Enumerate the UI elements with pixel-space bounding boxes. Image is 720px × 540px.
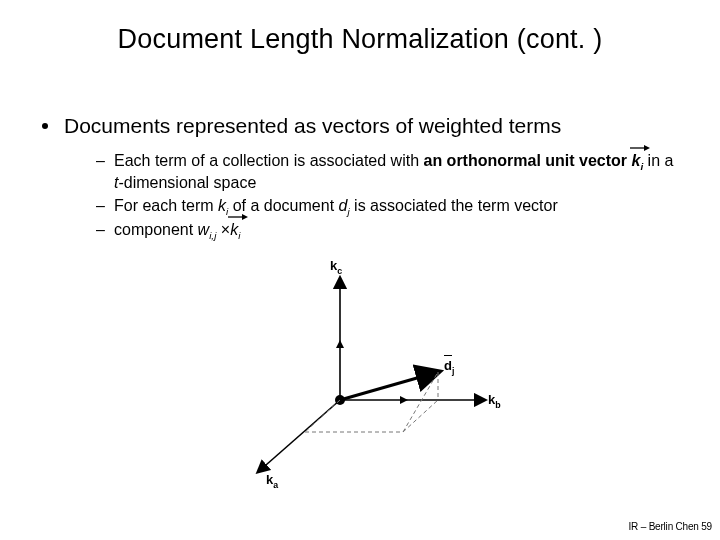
vector-diagram-svg: [230, 260, 530, 490]
sub2-mid: of a document: [228, 197, 338, 214]
k-sub-c: c: [337, 266, 342, 276]
vector-label-dj: dj: [444, 358, 454, 373]
sub-bullets: – Each term of a collection is associate…: [96, 150, 680, 242]
svg-line-12: [305, 400, 340, 432]
sub-bullet-1: – Each term of a collection is associate…: [96, 150, 680, 193]
axis-label-kb: kb: [488, 392, 501, 407]
dash-icon: –: [96, 219, 114, 241]
vector-space-figure: kc kb ka dj: [230, 260, 530, 490]
dash-icon: –: [96, 150, 114, 193]
bullet-level-1: Documents represented as vectors of weig…: [42, 114, 680, 138]
slide: Document Length Normalization (cont. ) D…: [0, 0, 720, 540]
sub2-pre: For each term: [114, 197, 218, 214]
k-var: k: [218, 197, 226, 214]
svg-line-14: [403, 400, 438, 432]
axis-label-kc: kc: [330, 258, 342, 273]
axis-label-ka: ka: [266, 472, 278, 487]
sub3-pre: component: [114, 221, 198, 238]
svg-line-9: [340, 372, 438, 400]
sub1-bold: an orthonormal unit vector: [423, 152, 631, 169]
w-sub-ij: i,j: [209, 230, 216, 241]
sub-bullet-2-text: For each term ki of a document dj is ass…: [114, 195, 680, 217]
bullet-text: Documents represented as vectors of weig…: [64, 114, 561, 137]
d-sub-j: j: [452, 366, 454, 376]
k-var: k: [230, 221, 238, 238]
times-symbol: ×: [221, 221, 230, 238]
sub-bullet-2: – For each term ki of a document dj is a…: [96, 195, 680, 217]
vector-arrow-icon: [630, 144, 650, 152]
svg-marker-8: [400, 396, 408, 404]
w-var: w: [198, 221, 210, 238]
bullet-dot-icon: [42, 123, 48, 129]
sub-bullet-3-text: component wi,j ×ki: [114, 219, 680, 241]
slide-title: Document Length Normalization (cont. ): [0, 24, 720, 55]
vector-ki-inline: ki: [230, 219, 240, 241]
sub1-pre: Each term of a collection is associated …: [114, 152, 423, 169]
sub1-post2: -dimensional space: [118, 174, 256, 191]
k-sub-b: b: [495, 400, 500, 410]
dash-icon: –: [96, 195, 114, 217]
k-sub-a: a: [273, 480, 278, 490]
k-sub-i: i: [238, 230, 240, 241]
sub-bullet-1-text: Each term of a collection is associated …: [114, 150, 680, 193]
sub-bullet-3: – component wi,j ×ki: [96, 219, 680, 241]
unit-vector-ki: ki: [632, 150, 644, 172]
d-var: d: [444, 358, 452, 373]
sub1-post1: in a: [643, 152, 673, 169]
overline-icon: [444, 355, 452, 356]
slide-footer: IR – Berlin Chen 59: [629, 521, 712, 532]
k-sub-i: i: [640, 161, 643, 172]
svg-marker-1: [644, 145, 650, 151]
svg-marker-7: [336, 340, 344, 348]
sub2-post: is associated the term vector: [350, 197, 558, 214]
